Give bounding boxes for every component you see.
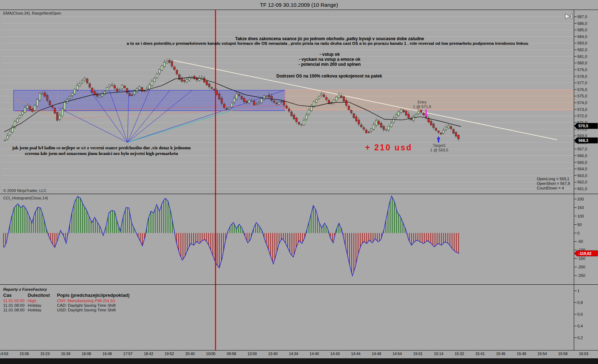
time-axis-label: 14:54 xyxy=(393,352,402,356)
report-row-cell: 11.01 08:00 xyxy=(3,308,25,312)
report-row-cell: 11.01 08:00 xyxy=(3,303,25,308)
report-row-cell: High xyxy=(28,299,36,303)
open-short-value: OpenShort = 567,8 xyxy=(537,181,570,186)
target-marker-label: Target1 1 @ 569,5 xyxy=(430,143,448,152)
report-row-cell: Holiday xyxy=(28,303,41,308)
svg-text:0,8: 0,8 xyxy=(577,300,583,305)
reports-header-importance: Dulezitost xyxy=(28,293,50,298)
report-row-cell: CAD: Daylight Saving Time Shift xyxy=(57,303,116,308)
reports-header-time: Cas xyxy=(3,293,12,298)
time-axis-label: 19:52 xyxy=(164,352,174,356)
time-axis-label: 14:43 xyxy=(330,352,340,356)
report-row-cell: Holiday xyxy=(28,308,41,312)
time-axis[interactable]: 14:5315:0615:2315:3916:0816:4817:5718:42… xyxy=(0,350,598,358)
serif-note-line1: jak jsem psal h/l ladim co nejlepe se s/… xyxy=(12,145,191,151)
note-checklist-2: - vyckani na vstup a emoce ok xyxy=(299,57,361,62)
forex-factory-reports-panel: Reporty z ForexFactory Cas Dulezitost Po… xyxy=(3,287,231,291)
time-axis-label: 15:39 xyxy=(61,352,70,356)
time-axis-label: 13:40 xyxy=(268,352,277,356)
time-axis-label: 15:41 xyxy=(475,352,484,356)
time-axis-label: 14:34 xyxy=(289,352,298,356)
time-axis-label: 13:00 xyxy=(247,352,257,356)
time-axis-label: 15:23 xyxy=(40,352,49,356)
session-break-line xyxy=(215,10,216,350)
ninjatrader-chart-window: TF 12-09 30.10.2009 (10 Range) 587,0586,… xyxy=(0,0,598,364)
time-axis-label: 16:08 xyxy=(82,352,91,356)
copyright-text: © 2009 NinjaTrader, LLC xyxy=(3,188,46,193)
cci-histogram-canvas[interactable] xyxy=(0,194,598,284)
time-axis-label: 15:14 xyxy=(434,352,443,356)
report-row-cell: 11.01 02:00 xyxy=(3,299,25,303)
time-axis-label: 20:40 xyxy=(185,352,195,356)
time-axis-label: 15:01 xyxy=(413,352,423,356)
time-axis-label: 14:53 xyxy=(0,352,8,356)
window-bottom-edge xyxy=(0,358,598,364)
note-checklist-1: - vstup ok xyxy=(320,52,340,57)
time-axis-label: 10/30 xyxy=(206,352,215,356)
note-checklist-3: - potencial min 200 usd splnen xyxy=(299,62,361,67)
price-indicator-label: EMA(Close,34), RangeNextOpen xyxy=(3,11,61,15)
time-axis-label: 14:44 xyxy=(351,352,360,356)
time-axis-label: 16:03 xyxy=(579,352,588,356)
time-axis-label: 09:58 xyxy=(227,352,236,356)
svg-text:0,4: 0,4 xyxy=(577,324,583,328)
countdown-value: CountDown = 4 xyxy=(537,186,564,191)
note-line1: Takze dnes zakoncena seance jiz po jedno… xyxy=(235,36,424,41)
svg-text:0,6: 0,6 xyxy=(577,312,583,316)
cci-indicator-label: CCI_Histogram(Close,14) xyxy=(3,196,48,200)
time-axis-divider xyxy=(0,350,598,350)
open-long-value: OpenLong = 569,1 xyxy=(537,177,569,181)
chart-title: TF 12-09 30.10.2009 (10 Range) xyxy=(260,2,338,8)
svg-text:0,2: 0,2 xyxy=(577,336,583,340)
time-axis-label: 17:57 xyxy=(123,352,132,356)
panel-divider[interactable] xyxy=(0,284,598,285)
time-axis-label: 16:48 xyxy=(103,352,112,356)
time-axis-label: 18:42 xyxy=(144,352,153,356)
time-axis-label: 15:58 xyxy=(558,352,567,356)
entry-marker-label: Entry 1 @ 571,6 xyxy=(413,100,431,109)
go-to-end-icon[interactable] xyxy=(565,13,573,21)
time-axis-label: 14:40 xyxy=(310,352,319,356)
time-axis-label: 15:45 xyxy=(496,352,505,356)
serif-note-line2: screenu kde jsem mel oznacenou jinou hra… xyxy=(25,151,178,156)
note-line2: a to se i dnes potvrdilo,v premarketovem… xyxy=(127,41,528,46)
reports-source-label: Reporty z ForexFactory xyxy=(3,287,231,291)
svg-text:1: 1 xyxy=(577,289,579,293)
note-line3: Dodrzeni OS na 100% celkova spokojenost … xyxy=(277,74,382,79)
report-row-cell: CNY: Manufacturing PMI (54.3/) xyxy=(57,299,115,303)
chart-title-bar: TF 12-09 30.10.2009 (10 Range) xyxy=(0,0,598,10)
time-axis-label: 15:32 xyxy=(455,352,464,356)
time-axis-label: 15:54 xyxy=(537,352,547,356)
time-axis-label: 15:49 xyxy=(517,352,526,356)
time-axis-label: 14:48 xyxy=(372,352,381,356)
reports-header-desc: Popis (predchazejici/predpoklad) xyxy=(57,293,130,298)
report-row-cell: USD: Daylight Saving Time Shift xyxy=(57,308,116,312)
profit-text: + 210 usd xyxy=(365,143,412,152)
time-axis-label: 15:06 xyxy=(20,352,29,356)
panel-divider[interactable] xyxy=(0,194,598,194)
